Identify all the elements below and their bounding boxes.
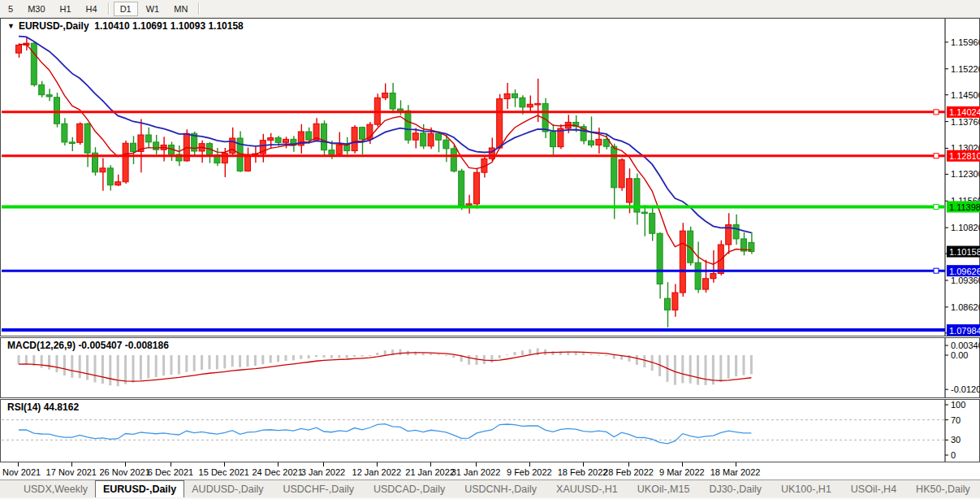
macd-histogram-bar	[48, 355, 50, 370]
date-tick	[278, 462, 278, 466]
macd-histogram-bar	[376, 353, 378, 355]
tab-eurusd-daily[interactable]: EURUSD-,Daily	[95, 480, 184, 497]
price-tick-label: 1.13760	[951, 117, 980, 127]
candle-body	[382, 93, 388, 98]
macd-histogram-bar	[56, 355, 58, 372]
chart-dropdown-icon[interactable]: ▼	[7, 22, 15, 30]
macd-histogram-bar	[231, 355, 234, 367]
candle-body	[672, 293, 678, 310]
rsi-line	[19, 424, 751, 444]
timeframe-button-d1[interactable]: D1	[114, 2, 138, 16]
tab-usoil-h4[interactable]: USOil-,H4	[844, 480, 904, 497]
candle-body	[329, 150, 335, 154]
macd-histogram-bar	[628, 355, 631, 362]
candle-body	[123, 143, 128, 182]
macd-histogram-bar	[63, 355, 66, 375]
macd-histogram-bar	[247, 355, 249, 367]
macd-histogram-bar	[277, 355, 279, 362]
macd-histogram-bar	[681, 355, 684, 383]
macd-histogram-bar	[330, 355, 333, 358]
candle-body	[107, 168, 113, 185]
candle-body	[497, 99, 503, 148]
date-tick-label: 26 Nov 2021	[99, 467, 149, 477]
price-chart-panel[interactable]: ▼EURUSD-,Daily 1.10410 1.10691 1.10093 1…	[0, 18, 980, 336]
tab-usdx-weekly[interactable]: USDX,Weekly	[16, 480, 95, 497]
line-price-label-text: 1.09626	[949, 267, 980, 276]
ma-slow-line	[19, 37, 751, 233]
price-tick-label: 1.08620	[951, 302, 980, 312]
price-tick-label: 1.15220	[951, 64, 980, 74]
date-tick-label: 31 Jan 2022	[451, 467, 501, 477]
timeframe-button-5[interactable]: 5	[2, 2, 19, 16]
macd-histogram-bar	[468, 355, 470, 365]
candle-body	[275, 138, 281, 143]
price-tick-label: 1.12300	[951, 169, 980, 179]
macd-histogram-bar	[643, 355, 645, 367]
line-handle[interactable]	[934, 268, 939, 273]
macd-histogram-bar	[430, 354, 432, 355]
candle-body	[390, 93, 395, 109]
candle-body	[405, 111, 411, 140]
tab-usdchf-daily[interactable]: USDCHF-,Daily	[275, 480, 361, 497]
macd-histogram-bar	[201, 355, 203, 370]
tab-hk50-daily[interactable]: HK50-,Daily	[909, 480, 978, 497]
macd-indicator-panel[interactable]: MACD(12,26,9) -0.005407 -0.008186 0.0034…	[0, 337, 980, 398]
macd-histogram-bar	[338, 355, 340, 358]
candle-body	[421, 133, 426, 146]
line-handle[interactable]	[934, 110, 939, 115]
candle-body	[84, 124, 90, 153]
macd-histogram-bar	[735, 355, 737, 376]
date-tick	[529, 462, 530, 466]
line-handle[interactable]	[934, 204, 939, 209]
timeframe-button-h4[interactable]: H4	[80, 2, 104, 16]
tab-uk100-h1[interactable]: UK100-,H1	[774, 480, 839, 497]
tab-ukoil-m15[interactable]: UKOil-,M15	[630, 480, 697, 497]
date-tick	[476, 462, 477, 466]
candle-body	[360, 128, 365, 140]
macd-histogram-bar	[178, 355, 180, 375]
price-tick-label: 1.14500	[951, 90, 980, 100]
chart-ohlc-values: 1.10410 1.10691 1.10093 1.10158	[94, 20, 244, 32]
toolbar-separator	[198, 2, 200, 15]
timeframe-button-mn[interactable]: MN	[167, 2, 194, 16]
chart-symbol-label: EURUSD-,Daily	[19, 20, 89, 32]
date-tick	[736, 462, 736, 466]
date-tick-label: 28 Feb 2022	[603, 467, 654, 477]
candle-body	[398, 109, 404, 111]
line-handle[interactable]	[934, 154, 939, 158]
macd-histogram-bar	[239, 355, 241, 367]
tab-dj30-daily[interactable]: DJ30-,Daily	[702, 480, 769, 497]
macd-histogram-bar	[438, 354, 440, 355]
date-tick-label: 6 Dec 2021	[148, 467, 193, 477]
tab-audusd-daily[interactable]: AUDUSD-,Daily	[184, 480, 270, 497]
tab-xauusd-h1[interactable]: XAUUSD-,H1	[549, 480, 625, 497]
rsi-indicator-panel[interactable]: RSI(14) 44.8162 10070300	[0, 399, 980, 462]
date-tick-label: 18 Feb 2022	[558, 467, 608, 477]
date-tick-label: 15 Dec 2021	[199, 467, 249, 477]
macd-histogram-bar	[590, 354, 593, 355]
macd-values: -0.005407 -0.008186	[78, 340, 168, 351]
chart-tab-bar: USDX,WeeklyEURUSD-,DailyAUDUSD-,DailyUSD…	[0, 479, 980, 497]
time-axis[interactable]: 8 Nov 202117 Nov 202126 Nov 20216 Dec 20…	[0, 462, 980, 479]
trading-terminal: 5M30H1H4D1W1MN ▼EURUSD-,Daily 1.10410 1.…	[0, 0, 980, 499]
candle-body	[641, 212, 647, 214]
candle-body	[77, 124, 83, 142]
macd-histogram-bar	[452, 355, 455, 358]
macd-histogram-bar	[101, 355, 104, 384]
macd-histogram-bar	[147, 355, 149, 378]
timeframe-button-w1[interactable]: W1	[140, 2, 166, 16]
candle-body	[62, 124, 67, 142]
macd-histogram-bar	[254, 355, 257, 366]
macd-histogram-bar	[689, 355, 692, 384]
date-tick	[224, 462, 225, 466]
macd-histogram-bar	[18, 355, 20, 364]
candle-body	[268, 138, 274, 141]
date-tick	[628, 462, 629, 466]
timeframe-button-m30[interactable]: M30	[21, 2, 51, 16]
macd-tick-label: 0.003408	[951, 341, 980, 350]
tab-usdcnh-daily[interactable]: USDCNH-,Daily	[457, 480, 544, 497]
candle-body	[527, 104, 533, 107]
tab-usdcad-daily[interactable]: USDCAD-,Daily	[366, 480, 452, 497]
macd-histogram-bar	[499, 355, 501, 358]
timeframe-button-h1[interactable]: H1	[54, 2, 78, 16]
